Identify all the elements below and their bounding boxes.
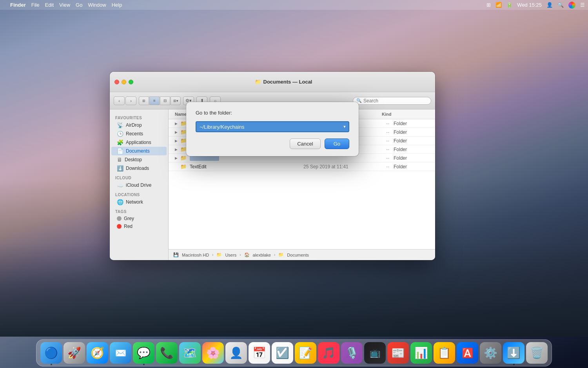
goto-dropdown-button[interactable]: ▼ (341, 123, 348, 131)
dock-launchpad[interactable]: 🚀 (64, 342, 85, 364)
breadcrumb-users[interactable]: Users (225, 253, 236, 257)
date-dash: -- (382, 129, 394, 135)
go-menu[interactable]: Go (76, 2, 82, 8)
dock-reminders[interactable]: ☑️ (272, 342, 293, 364)
breadcrumb-hd[interactable]: Macintosh HD (182, 253, 209, 257)
dock-music[interactable]: 🎵 (318, 342, 339, 364)
goto-folder-input[interactable] (196, 121, 349, 132)
mail-icon: ✉️ (115, 348, 127, 359)
date-dash: -- (382, 121, 394, 126)
dock-appletv[interactable]: 📺 (364, 342, 386, 364)
numbers-icon: 📊 (414, 346, 428, 359)
dock-news[interactable]: 📰 (387, 342, 409, 364)
icon-view-button[interactable]: ⊞ (139, 97, 149, 105)
sidebar-item-network[interactable]: 🌐 Network (111, 198, 167, 206)
column-view-button[interactable]: ⊟ (160, 97, 170, 105)
dock-notes[interactable]: 📝 (295, 342, 316, 364)
dock-craftdocs[interactable]: 📋 (434, 342, 455, 364)
traffic-lights (114, 80, 133, 84)
sidebar-item-recents[interactable]: 🕒 Recents (111, 129, 167, 138)
desktop-icon: 🖥 (117, 157, 122, 163)
sep2: › (240, 253, 241, 257)
clock: Wed 15:25 (517, 2, 542, 8)
airdrop-icon: 📡 (117, 122, 123, 128)
cancel-button[interactable]: Cancel (290, 138, 320, 149)
expand-icon[interactable]: ▶ (175, 156, 180, 160)
search-box[interactable]: 🔍 (353, 97, 431, 105)
expand-icon[interactable]: ▶ (175, 139, 180, 143)
expand-icon[interactable]: ▶ (175, 122, 180, 126)
file-menu[interactable]: File (31, 2, 40, 8)
search-menubar-icon[interactable]: 🔍 (557, 2, 564, 8)
maximize-button[interactable] (129, 80, 133, 84)
breadcrumb-docs-icon: 📁 (278, 252, 284, 257)
forward-button[interactable]: › (125, 97, 136, 105)
news-icon: 📰 (391, 346, 405, 359)
expand-icon[interactable]: ▶ (175, 165, 180, 169)
breadcrumb-alexblake[interactable]: alexblake (253, 253, 271, 257)
row-kind: Folder (394, 155, 429, 161)
goto-input-container: ▼ (196, 121, 349, 132)
breadcrumb-documents[interactable]: Documents (287, 253, 309, 257)
dock-podcasts[interactable]: 🎙️ (341, 342, 363, 364)
dock-facetime[interactable]: 📞 (156, 342, 178, 364)
dock-maps[interactable]: 🗺️ (179, 342, 201, 364)
expand-icon[interactable]: ▶ (175, 148, 180, 151)
sidebar-tag-red[interactable]: Red (111, 222, 167, 230)
col-header-kind: Kind (382, 112, 429, 117)
row-kind: Folder (394, 147, 429, 152)
siri-icon[interactable] (568, 2, 575, 9)
breadcrumb-users-icon: 📁 (216, 252, 222, 257)
minimize-button[interactable] (122, 80, 126, 84)
user-icon[interactable]: 👤 (546, 2, 553, 8)
expand-icon[interactable]: ▶ (175, 130, 180, 134)
folder-icon: 📁 (180, 120, 187, 126)
dock-systemprefs[interactable]: ⚙️ (480, 342, 501, 364)
edit-menu[interactable]: Edit (45, 2, 54, 8)
dock-trash[interactable]: 🗑️ (526, 342, 548, 364)
craftdocs-icon: 📋 (437, 346, 451, 359)
help-menu[interactable]: Help (112, 2, 122, 8)
appstore-icon: 🅰️ (462, 348, 474, 359)
finder-window: 📁 Documents — Local ‹ › ⊞ ≡ ⊟ ⊞▾ ⚙▾ ⬆ ○ … (110, 72, 435, 260)
battery-icon: 🔋 (506, 2, 512, 8)
sidebar-tag-red-label: Red (124, 224, 132, 229)
search-input[interactable] (363, 98, 428, 104)
list-view-button[interactable]: ≡ (149, 97, 160, 105)
back-button[interactable]: ‹ (114, 97, 125, 105)
dock-mail[interactable]: ✉️ (110, 342, 131, 364)
favourites-label: Favourites (110, 113, 168, 121)
sidebar-item-applications[interactable]: 🧩 Applications (111, 138, 167, 147)
dock-photos[interactable]: 🌸 (202, 342, 224, 364)
dock-appstore[interactable]: 🅰️ (457, 342, 478, 364)
table-row[interactable]: ▶ 📁TextEdit 25 Sep 2019 at 11:41 -- Fold… (169, 162, 435, 171)
close-button[interactable] (114, 80, 119, 84)
goto-dialog-title: Go to the folder: (196, 110, 349, 116)
window-menu[interactable]: Window (88, 2, 106, 8)
finder-dot (51, 364, 52, 365)
dock-calendar[interactable]: 📅 (249, 342, 270, 364)
dock-safari[interactable]: 🧭 (87, 342, 108, 364)
go-button[interactable]: Go (325, 138, 349, 149)
sidebar-item-downloads[interactable]: ⬇️ Downloads (111, 164, 167, 173)
dock-finder[interactable]: 🔵 (40, 342, 62, 364)
sidebar-item-desktop[interactable]: 🖥 Desktop (111, 155, 167, 164)
view-menu[interactable]: View (59, 2, 70, 8)
menu-icon[interactable]: ☰ (580, 2, 585, 8)
dock-contacts[interactable]: 👤 (225, 342, 247, 364)
app-name[interactable]: Finder (10, 2, 26, 8)
messages-icon: 💬 (137, 346, 151, 359)
folder-icon: 📁 (180, 155, 187, 161)
dock-numbers[interactable]: 📊 (410, 342, 432, 364)
grid-icon[interactable]: ⊞ (486, 2, 491, 8)
sidebar-tag-grey[interactable]: Grey (111, 215, 167, 222)
sidebar-item-icloud-drive[interactable]: ☁️ iCloud Drive (111, 181, 167, 189)
dock-downloads[interactable]: ⬇️ (503, 342, 524, 364)
sidebar-item-icloud-label: iCloud Drive (126, 182, 151, 188)
row-kind: Folder (394, 138, 429, 144)
view-buttons: ⊞ ≡ ⊟ ⊞▾ (139, 97, 181, 105)
gallery-view-button[interactable]: ⊞▾ (171, 97, 181, 105)
sidebar-item-documents[interactable]: 📄 Documents (111, 147, 167, 155)
sidebar-item-airdrop[interactable]: 📡 AirDrop (111, 121, 167, 129)
dock-messages[interactable]: 💬 (133, 342, 154, 364)
